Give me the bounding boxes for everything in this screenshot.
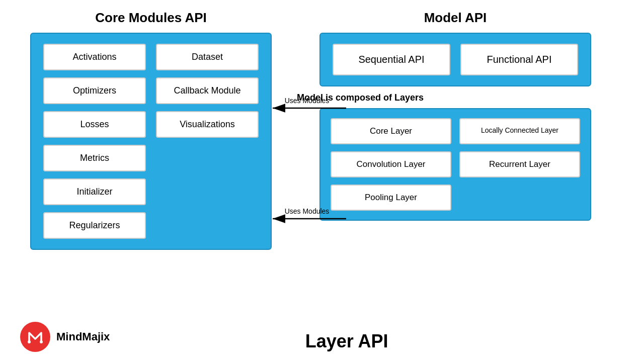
svg-point-1 (40, 340, 43, 343)
layer-convolution: Convolution Layer (331, 151, 451, 177)
core-modules-box: Activations Dataset Optimizers Callback … (30, 33, 272, 250)
logo-text: MindMajix (56, 330, 110, 343)
logo-icon (25, 327, 45, 347)
model-api-title: Model API (424, 10, 487, 26)
layers-box: Core Layer Locally Connected Layer Convo… (319, 108, 591, 221)
logo-circle (20, 322, 50, 352)
module-dataset: Dataset (156, 44, 259, 70)
module-initializer: Initializer (43, 178, 146, 205)
mindmajix-logo: MindMajix (20, 322, 110, 352)
module-optimizers: Optimizers (43, 77, 146, 104)
module-regularizers: Regularizers (43, 212, 146, 239)
module-metrics: Metrics (43, 145, 146, 171)
module-callback: Callback Module (156, 77, 259, 104)
model-api-box: Sequential API Functional API (319, 33, 591, 86)
layer-pooling: Pooling Layer (331, 185, 451, 211)
module-activations: Activations (43, 44, 146, 70)
layer-recurrent: Recurrent Layer (459, 151, 580, 177)
module-visualizations: Visualizations (156, 111, 259, 138)
layer-api-title: Layer API (110, 331, 584, 352)
functional-api: Functional API (460, 44, 578, 75)
svg-point-0 (28, 340, 31, 343)
layer-locally-connected: Locally Connected Layer (459, 118, 580, 144)
core-modules-title: Core Modules API (95, 10, 207, 26)
sequential-api: Sequential API (333, 44, 450, 75)
layer-core: Core Layer (331, 118, 451, 144)
composed-title: Model is composed of Layers (297, 93, 424, 103)
module-losses: Losses (43, 111, 146, 138)
